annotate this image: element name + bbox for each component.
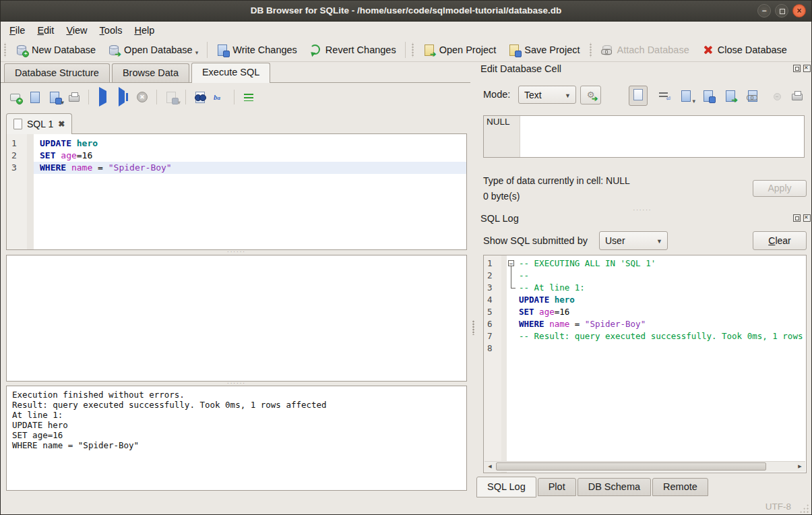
splitter-editor-results[interactable]: ······ xyxy=(6,250,467,253)
sql-document-icon xyxy=(13,119,22,129)
set-null-icon[interactable] xyxy=(769,90,781,102)
export-cell-data-icon[interactable] xyxy=(702,90,714,102)
close-sql-tab-icon[interactable]: ✖ xyxy=(58,119,65,129)
line-number: 3 xyxy=(484,282,501,294)
close-button[interactable]: × xyxy=(792,4,806,18)
sql-editor[interactable]: 1UPDATE hero2SET age=163WHERE name = "Sp… xyxy=(6,133,467,250)
code-line: 1UPDATE hero xyxy=(7,138,466,150)
copy-cell-icon[interactable]: ➔ xyxy=(724,90,737,102)
chevron-down-icon: ▼ xyxy=(656,238,662,245)
scroll-right-icon[interactable]: ▶ xyxy=(794,462,805,471)
scroll-left-icon[interactable]: ◀ xyxy=(485,462,495,471)
bottom-tab-strip: SQL LogPlotDB SchemaRemote xyxy=(476,478,710,497)
resize-grip[interactable] xyxy=(799,504,809,513)
tab-plot[interactable]: Plot xyxy=(538,478,576,496)
log-filter-combobox[interactable]: User ▼ xyxy=(599,231,668,250)
line-number: 3 xyxy=(7,162,27,174)
save-project-icon xyxy=(508,44,520,56)
text-document-icon xyxy=(632,88,644,100)
auto-apply-button[interactable]: ⚙➔ xyxy=(580,86,601,104)
print-icon[interactable] xyxy=(68,91,80,103)
close-dock-icon[interactable] xyxy=(803,214,811,222)
app-window: DB Browser for SQLite - /home/user/code/… xyxy=(0,0,812,515)
fold-margin xyxy=(507,342,518,355)
tab-execute-sql[interactable]: Execute SQL xyxy=(191,63,270,83)
execution-message-pane: Execution finished without errors. Resul… xyxy=(6,386,467,491)
close-dock-icon[interactable] xyxy=(803,65,811,72)
text-mode-toggle[interactable] xyxy=(629,86,648,106)
log-horizontal-scrollbar[interactable]: ◀ ▶ xyxy=(485,461,805,472)
format-sql-icon[interactable] xyxy=(243,91,255,103)
splitter-main-vertical[interactable] xyxy=(471,83,476,496)
execute-current-line-icon[interactable] xyxy=(117,91,129,103)
toolbar-separator xyxy=(88,90,89,104)
open-sql-file-icon[interactable] xyxy=(29,91,41,103)
splitter-docks[interactable]: ······ xyxy=(476,207,809,213)
tab-remote[interactable]: Remote xyxy=(652,478,708,496)
window-title: DB Browser for SQLite - /home/user/code/… xyxy=(82,1,730,21)
tab-database-structure[interactable]: Database Structure xyxy=(4,63,110,82)
fold-collapse-icon[interactable] xyxy=(507,258,518,270)
tab-browse-data[interactable]: Browse Data xyxy=(112,63,189,82)
main-toolbar: + New Database ➔ Open Database▾ Write Ch… xyxy=(1,38,811,62)
cell-editor-toolbar: ▾ ➔ xyxy=(629,86,803,106)
word-wrap-icon[interactable] xyxy=(658,90,670,102)
find-icon[interactable] xyxy=(194,91,206,103)
toolbar-separator xyxy=(156,90,157,104)
write-changes-button[interactable]: Write Changes xyxy=(210,42,303,58)
sql-editor-toolbar: + ▾ ✕ ▾ ba xyxy=(9,90,255,104)
tab-db-schema[interactable]: DB Schema xyxy=(577,478,651,496)
menu-view[interactable]: View xyxy=(60,23,93,38)
new-database-button[interactable]: + New Database xyxy=(9,42,102,58)
new-sql-tab-icon[interactable]: + xyxy=(9,91,22,103)
maximize-button[interactable] xyxy=(775,4,788,18)
save-sql-file-icon[interactable]: ▾ xyxy=(49,91,61,103)
menu-edit[interactable]: Edit xyxy=(31,23,60,38)
toolbar-separator xyxy=(234,90,235,104)
open-database-button[interactable]: ➔ Open Database▾ xyxy=(102,42,204,58)
execute-sql-icon[interactable] xyxy=(97,91,109,103)
toolbar-drag-handle[interactable] xyxy=(588,42,593,57)
sql-document-tab-label: SQL 1 xyxy=(27,119,53,129)
mode-combobox[interactable]: Text ▼ xyxy=(518,86,576,104)
apply-button[interactable]: Apply xyxy=(753,180,807,197)
clear-log-button[interactable]: Clear xyxy=(753,231,807,250)
results-grid-pane xyxy=(6,255,467,382)
open-in-app-icon[interactable] xyxy=(747,90,759,102)
code-line: 2SET age=16 xyxy=(7,150,466,162)
float-dock-icon[interactable] xyxy=(793,214,801,222)
sql-editor-lines: 1UPDATE hero2SET age=163WHERE name = "Sp… xyxy=(7,134,466,174)
close-database-button[interactable]: Close Database xyxy=(695,42,793,58)
cell-editor[interactable]: NULL xyxy=(483,115,805,158)
toolbar-drag-handle[interactable] xyxy=(3,42,7,57)
menu-help[interactable]: Help xyxy=(128,23,160,38)
splitter-results-message[interactable]: ······ xyxy=(6,382,467,385)
save-results-icon[interactable]: ▾ xyxy=(165,91,177,103)
scrollbar-thumb[interactable] xyxy=(496,462,766,471)
line-number: 4 xyxy=(484,294,501,306)
sql-document-tab[interactable]: SQL 1 ✖ xyxy=(6,113,72,134)
encoding-label: UTF-8 xyxy=(766,502,791,512)
save-project-button[interactable]: Save Project xyxy=(502,42,586,58)
toolbar-drag-handle[interactable] xyxy=(410,42,415,57)
import-cell-data-icon[interactable]: ▾ xyxy=(680,90,692,102)
menu-tools[interactable]: Tools xyxy=(94,23,129,38)
close-database-icon xyxy=(701,44,714,56)
minimize-button[interactable]: − xyxy=(757,4,771,18)
line-number: 5 xyxy=(484,306,501,318)
menu-bar: FileEditViewToolsHelp xyxy=(1,22,811,38)
code-line: 1-- EXECUTING ALL IN 'SQL 1' xyxy=(484,258,806,270)
print-cell-icon[interactable] xyxy=(791,90,803,102)
attach-database-button[interactable]: Attach Database xyxy=(595,42,695,58)
open-project-button[interactable]: ➔ Open Project xyxy=(417,42,503,58)
open-database-dropdown-icon[interactable]: ▾ xyxy=(195,49,199,56)
find-replace-icon[interactable]: ba xyxy=(214,91,226,103)
menu-file[interactable]: File xyxy=(3,23,31,38)
sql-log-view[interactable]: 1-- EXECUTING ALL IN 'SQL 1'2--3-- At li… xyxy=(483,255,807,473)
float-dock-icon[interactable] xyxy=(793,65,801,72)
stop-execution-icon[interactable]: ✕ xyxy=(136,91,148,103)
revert-changes-button[interactable]: Revert Changes xyxy=(303,42,402,58)
title-bar[interactable]: DB Browser for SQLite - /home/user/code/… xyxy=(1,1,811,22)
gear-icon: ⚙➔ xyxy=(585,88,597,100)
tab-sql-log[interactable]: SQL Log xyxy=(476,477,536,497)
